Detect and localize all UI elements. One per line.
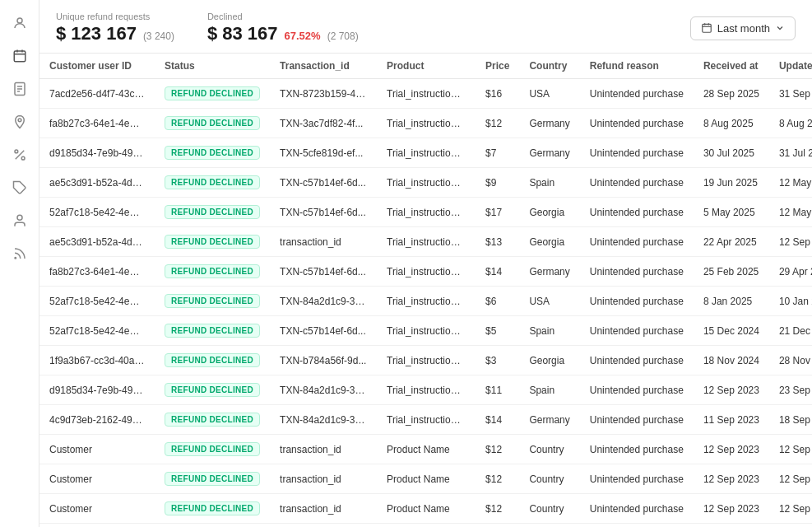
cell-country: Georgia	[519, 198, 579, 227]
cell-country: Germany	[519, 138, 579, 168]
col-country: Country	[519, 54, 579, 79]
user-icon[interactable]	[7, 10, 33, 36]
status-badge: REFUND DECLINED	[165, 175, 260, 189]
cell-price: $12	[476, 494, 519, 524]
feed-icon[interactable]	[7, 240, 33, 267]
svg-line-10	[15, 151, 24, 160]
cell-status: REFUND DECLINED	[155, 494, 270, 524]
cell-price: $17	[476, 198, 519, 227]
cell-customer: 52af7c18-5e42-4e61-a...	[39, 316, 155, 346]
cell-received: 12 Sep 2023	[694, 435, 769, 464]
cell-status: REFUND DECLINED	[155, 138, 270, 168]
cell-country: Germany	[519, 405, 579, 435]
cell-status: REFUND DECLINED	[155, 316, 270, 346]
table-row[interactable]: Customer REFUND DECLINED transaction_id …	[39, 464, 812, 494]
status-badge: REFUND DECLINED	[165, 472, 260, 486]
cell-updated: 12 Sep 2023	[769, 435, 812, 464]
svg-point-12	[21, 156, 25, 160]
cell-status: REFUND DECLINED	[155, 79, 270, 109]
cell-customer: fa8b27c3-64e1-4e9b-8...	[39, 257, 155, 287]
stat-declined: Declined $ 83 167 67.52% (2 708)	[207, 12, 359, 44]
stat-unique-label: Unique refund requests	[56, 12, 174, 21]
cell-txn: TXN-5cfe819d-ef...	[270, 138, 377, 168]
table-row[interactable]: Customer REFUND DECLINED transaction_id …	[39, 435, 812, 464]
table-header: Customer user ID Status Transaction_id P…	[39, 54, 812, 79]
table-row[interactable]: d9185d34-7e9b-49a8-... REFUND DECLINED T…	[39, 138, 812, 168]
cell-price: $14	[476, 405, 519, 435]
cell-txn: TXN-b784a56f-9d...	[270, 346, 377, 375]
table-row[interactable]: ae5c3d91-b52a-4d67-... REFUND DECLINED T…	[39, 168, 812, 198]
svg-point-9	[18, 119, 21, 122]
cell-received: 12 Sep 2023	[694, 494, 769, 524]
cell-updated: 8 Aug 2025	[769, 109, 812, 138]
cell-updated: 12 Sep 2023	[769, 494, 812, 524]
table-row[interactable]: fa8b27c3-64e1-4e9b-8... REFUND DECLINED …	[39, 109, 812, 138]
cell-customer: d9185d34-7e9b-49a8-...	[39, 375, 155, 405]
cell-reason: Unintended purchase	[580, 287, 694, 316]
cell-updated: 31 Sep 2025	[769, 79, 812, 109]
table-row[interactable]: 7acd2e56-d4f7-43c9-9... REFUND DECLINED …	[39, 79, 812, 109]
cell-price: $5	[476, 316, 519, 346]
cell-txn: TXN-c57b14ef-6d...	[270, 168, 377, 198]
cell-received: 12 Sep 2023	[694, 464, 769, 494]
cell-status: REFUND DECLINED	[155, 464, 270, 494]
cell-updated: 23 Sep 2023	[769, 375, 812, 405]
table-row[interactable]: 52af7c18-5e42-4e61-a... REFUND DECLINED …	[39, 198, 812, 227]
stat-unique-sub: (3 240)	[143, 30, 174, 42]
cell-reason: Unintended purchase	[580, 346, 694, 375]
cell-status: REFUND DECLINED	[155, 109, 270, 138]
cell-txn: TXN-84a2d1c9-3c...	[270, 375, 377, 405]
cell-reason: Unintended purchase	[580, 375, 694, 405]
person-icon[interactable]	[7, 208, 33, 234]
calendar-filter-icon	[701, 22, 712, 34]
document-icon[interactable]	[7, 76, 33, 102]
calendar-icon[interactable]	[7, 43, 33, 69]
cell-product: Trial_instruction_v...	[377, 375, 476, 405]
stat-declined-value: $ 83 167	[207, 23, 278, 44]
chevron-down-icon	[775, 23, 785, 33]
cell-updated: 10 Jan 2025	[769, 287, 812, 316]
col-product: Product	[377, 54, 476, 79]
cell-country: Germany	[519, 257, 579, 287]
tag-icon[interactable]	[7, 175, 33, 201]
table-row[interactable]: 1f9a3b67-cc3d-40a6-b... REFUND DECLINED …	[39, 346, 812, 375]
status-badge: REFUND DECLINED	[165, 413, 260, 427]
table-row[interactable]: 4c9d73eb-2162-4916-... REFUND DECLINED T…	[39, 405, 812, 435]
sidebar	[0, 0, 39, 527]
cell-reason: Unintended purchase	[580, 316, 694, 346]
cell-customer: 52af7c18-5e42-4e61-a...	[39, 198, 155, 227]
cell-reason: Unintended purchase	[580, 227, 694, 257]
cell-received: 12 Sep 2023	[694, 375, 769, 405]
status-badge: REFUND DECLINED	[165, 146, 260, 160]
status-badge: REFUND DECLINED	[165, 86, 260, 100]
svg-point-14	[17, 215, 22, 220]
cell-price: $12	[476, 109, 519, 138]
table-row[interactable]: fa8b27c3-64e1-4e9b-8... REFUND DECLINED …	[39, 257, 812, 287]
percent-icon[interactable]	[7, 142, 33, 168]
cell-product: Product Name	[377, 435, 476, 464]
cell-customer: 4c9d73eb-2162-4916-...	[39, 405, 155, 435]
stat-declined-pct: 67.52%	[285, 30, 321, 42]
cell-updated: 29 Apr 2025	[769, 257, 812, 287]
svg-rect-1	[14, 51, 26, 62]
cell-updated: 31 Jul 2025	[769, 138, 812, 168]
table-row[interactable]: 52af7c18-5e42-4e61-a... REFUND DECLINED …	[39, 316, 812, 346]
cell-reason: Unintended purchase	[580, 494, 694, 524]
cell-received: 25 Feb 2025	[694, 257, 769, 287]
svg-rect-16	[702, 24, 711, 32]
location-icon[interactable]	[7, 109, 33, 135]
table-row[interactable]: ae5c3d91-b52a-4d67-... REFUND DECLINED t…	[39, 227, 812, 257]
cell-customer: ae5c3d91-b52a-4d67-...	[39, 227, 155, 257]
cell-product: Trial_instruction_v...	[377, 198, 476, 227]
table-row[interactable]: d9185d34-7e9b-49a8-... REFUND DECLINED T…	[39, 375, 812, 405]
cell-country: Georgia	[519, 227, 579, 257]
cell-status: REFUND DECLINED	[155, 435, 270, 464]
date-filter-button[interactable]: Last month	[690, 16, 796, 40]
cell-received: 15 Dec 2024	[694, 316, 769, 346]
cell-product: Trial_instruction_v...	[377, 79, 476, 109]
cell-country: Country	[519, 464, 579, 494]
cell-country: Germany	[519, 109, 579, 138]
stat-unique-value: $ 123 167	[56, 23, 137, 44]
table-row[interactable]: Customer REFUND DECLINED transaction_id …	[39, 494, 812, 524]
table-row[interactable]: 52af7c18-5e42-4e61-a... REFUND DECLINED …	[39, 287, 812, 316]
